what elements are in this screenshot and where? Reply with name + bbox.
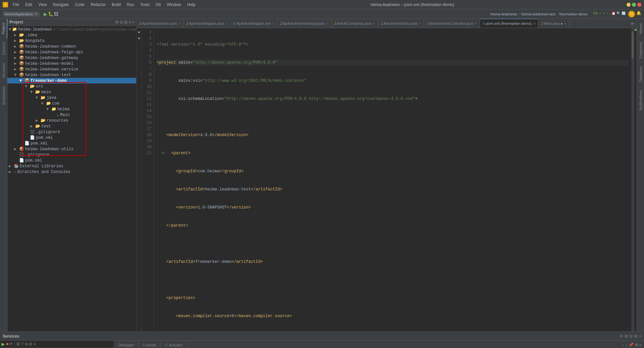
code-editor[interactable]: <?xml version="1.0" encoding="UTF-8"?> <… <box>154 28 631 331</box>
breadcrumb-demo[interactable]: freemarker-demo <box>559 12 588 16</box>
tree-item-gongdata[interactable]: ▶ 📂 Gongdata <box>7 38 136 44</box>
tree-item-pom-outer[interactable]: 📄 pom.xml <box>7 140 136 146</box>
menu-window[interactable]: Window <box>164 2 184 8</box>
sidebar-tab-commit[interactable]: Commit <box>0 38 7 59</box>
run-button[interactable]: ▶ <box>44 11 47 17</box>
tree-item-idea[interactable]: ▶ 📂 .idea <box>7 32 136 38</box>
tree-item-ext-libs[interactable]: ▶ 📚 External Libraries <box>7 163 136 169</box>
tab-close-icon[interactable]: × <box>419 21 421 25</box>
svc-scroll-up-icon[interactable]: ↑ <box>623 343 625 347</box>
close-panel-icon2[interactable]: × <box>639 334 641 339</box>
tree-item-utils[interactable]: ▶ 📦 heima-leadnews-utils <box>7 146 136 152</box>
editor-scrollbar[interactable] <box>631 28 634 331</box>
tab-ApArticleMapper-xml[interactable]: X ApArticleMapper.xml × <box>231 19 277 28</box>
fold-marker-15[interactable]: ▼ <box>137 36 142 42</box>
tree-item-gitignore[interactable]: ⬛ .gitignore <box>7 129 136 135</box>
tree-item-feign[interactable]: ▶ 📦 heima-leadnews-feign-api <box>7 49 136 55</box>
menu-refactor[interactable]: Refactor <box>88 2 108 8</box>
close-button[interactable] <box>637 3 641 7</box>
tree-item-pom-inner[interactable]: 📄 pom.xml <box>7 135 136 140</box>
tab-close-icon[interactable]: × <box>533 21 535 25</box>
tab-ApArticleServiceImpl[interactable]: J ApArticleServiceImpl.java × <box>277 19 331 28</box>
tree-item-test-dir[interactable]: ▶ 📂 test <box>7 123 136 129</box>
menu-help[interactable]: Help <box>184 2 198 8</box>
git-update-button[interactable]: Git: ✓ ✓ ↑ ↓ ⏰ 🔍 🔄 <box>592 11 627 17</box>
gear-icon[interactable]: ⚙ <box>115 20 119 24</box>
more-tabs-button[interactable]: ≫ <box>628 21 637 26</box>
minimize-button[interactable] <box>627 3 631 7</box>
fold-marker-7[interactable]: ▼ <box>137 30 142 36</box>
tree-item-pom-root[interactable]: 📄 pom.xml <box>7 158 136 163</box>
menu-tools[interactable]: Tools <box>138 2 152 8</box>
expand-all-icon[interactable]: ⊞ <box>625 334 628 339</box>
collapse-all-icon[interactable]: ⊟ <box>120 20 123 24</box>
menu-edit[interactable]: Edit <box>22 2 35 8</box>
tab-close-icon[interactable]: × <box>326 21 328 25</box>
tree-item-main[interactable]: ▼ 📂 main <box>7 89 136 95</box>
services-filter-icon[interactable]: ▽ <box>21 342 24 346</box>
services-tab-console[interactable]: Console <box>139 341 160 348</box>
menu-build[interactable]: Build <box>109 2 123 8</box>
tree-item-com[interactable]: ▼ 📁 com <box>7 101 136 106</box>
tree-item-service[interactable]: ▶ 📦 heima-leadnews-service <box>7 66 136 72</box>
sidebar-tab-endpoints[interactable]: Endpoints <box>637 38 644 62</box>
tree-item-Main[interactable]: ☕ Main <box>7 112 136 118</box>
run-all-icon[interactable]: ⟳ <box>620 334 623 339</box>
breadcrumb-project[interactable]: heima-leadnews <box>490 12 517 16</box>
tree-item-scratches[interactable]: ▶ ✏️ Scratches and Consoles <box>7 169 136 175</box>
tree-item-java[interactable]: ▼ 📂 java <box>7 95 136 101</box>
debug-button[interactable]: 🐛 <box>48 11 53 16</box>
tab-ArticleConstants[interactable]: J ArticleConstants.java × <box>331 19 378 28</box>
services-add-icon[interactable]: + <box>33 341 36 347</box>
menu-run[interactable]: Run <box>124 2 137 8</box>
menu-git[interactable]: Git <box>153 2 163 8</box>
tab-ArticleHomeController[interactable]: J ArticleHomeController.java × <box>424 19 480 28</box>
scrollbar-thumb[interactable] <box>632 32 634 58</box>
menu-file[interactable]: File <box>10 2 22 8</box>
services-tab-actuator[interactable]: ⬡ Actuator <box>161 341 187 348</box>
tab-Main[interactable]: J Main.java ● × <box>538 19 570 28</box>
sidebar-tab-maven[interactable]: Maven <box>637 19 644 38</box>
tree-item-model[interactable]: ▶ 📦 heima-leadnews-model <box>7 61 136 66</box>
tab-close-icon[interactable]: × <box>225 21 227 25</box>
svc-more-icon[interactable]: ≡ <box>639 343 641 347</box>
tree-item-gateway[interactable]: ▶ 📦 heima-leadnews-gateway <box>7 55 136 61</box>
services-tab-debugger[interactable]: Debugger <box>114 341 139 348</box>
run-config-dropdown[interactable]: ArticleApplication ▼ <box>3 11 40 17</box>
svc-scroll-down-icon[interactable]: ↓ <box>626 343 628 347</box>
maximize-button[interactable] <box>632 3 636 7</box>
services-filter2-icon[interactable]: ⧉ <box>25 342 28 346</box>
tree-item-gitignore-root[interactable]: ⬛ .gitignore <box>7 152 136 158</box>
services-stop-icon[interactable]: ■ <box>6 342 8 346</box>
services-restart-icon[interactable]: ⟳ <box>9 342 13 346</box>
services-run-icon[interactable]: ▶ <box>1 341 5 347</box>
tree-item-root[interactable]: ▼ 📁 heima-leadnews C:\Users\Jason\IdeaPr… <box>7 26 136 32</box>
sidebar-tab-structure[interactable]: Structure <box>0 59 7 82</box>
tab-close-icon[interactable]: × <box>178 21 180 25</box>
tab-close-icon[interactable]: × <box>565 21 567 25</box>
services-group-icon[interactable]: ⊟ <box>29 342 32 346</box>
tree-item-src[interactable]: ▼ 📂 src <box>7 83 136 89</box>
tab-close-icon[interactable]: × <box>272 21 274 25</box>
tab-close-icon[interactable]: × <box>475 21 477 25</box>
sidebar-tab-project[interactable]: Project <box>0 19 7 38</box>
tab-ApArticleService[interactable]: J ApArticleService.java × <box>137 19 183 28</box>
user-avatar[interactable]: U <box>628 11 635 17</box>
filter-icon[interactable]: ⊟ <box>629 334 633 339</box>
tab-ArticleHomeDto[interactable]: J ArticleHomeDto.java × <box>378 19 424 28</box>
breadcrumb-test[interactable]: heima-leadnews-test <box>521 12 555 16</box>
notifications-button[interactable]: 🔔 <box>636 11 641 17</box>
menu-navigate[interactable]: Navigate <box>50 2 71 8</box>
tab-ApArticleMapper[interactable]: J ApArticleMapper.java × <box>183 19 230 28</box>
tree-item-heima[interactable]: ▼ 📁 heima <box>7 106 136 112</box>
close-panel-icon[interactable]: × <box>132 20 134 24</box>
coverage-button[interactable]: ⛾ <box>54 12 58 16</box>
tree-item-test[interactable]: ▼ 📦 heima-leadnews-test <box>7 72 136 78</box>
sidebar-tab-database[interactable]: Database <box>637 62 644 86</box>
menu-view[interactable]: View <box>36 2 50 8</box>
tree-item-resources[interactable]: ▶ 📂 resources <box>7 118 136 123</box>
sidebar-tab-bookmarks[interactable]: Bookmarks <box>0 82 7 109</box>
settings-icon2[interactable]: ⚙ <box>634 334 638 339</box>
sidebar-tab-notifications[interactable]: Notifications <box>637 86 644 114</box>
tree-item-common[interactable]: ▶ 📦 heima-leadnews-common <box>7 44 136 49</box>
